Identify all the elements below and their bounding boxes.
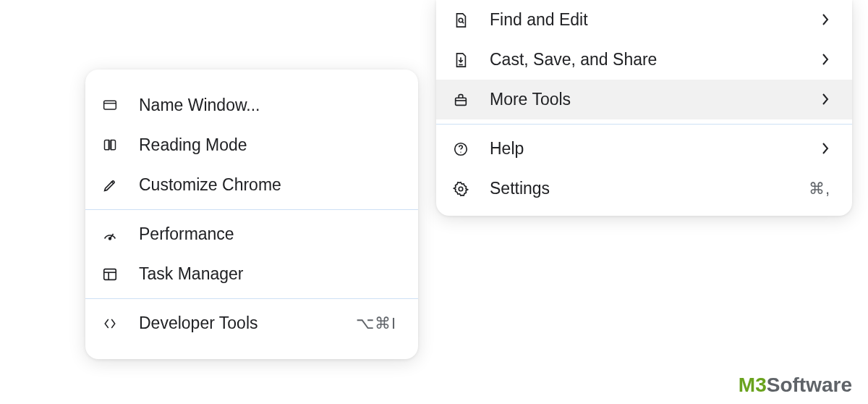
main-menu: Find and Edit Cast, Save, and Share	[436, 0, 852, 216]
menu-item-label: Settings	[490, 179, 788, 198]
menu-item-label: More Tools	[490, 90, 801, 109]
svg-rect-2	[456, 98, 467, 105]
menu-item-find-edit[interactable]: Find and Edit	[436, 0, 852, 40]
menu-item-performance[interactable]: Performance	[85, 214, 418, 254]
menu-item-label: Task Manager	[139, 264, 396, 284]
menu-item-label: Customize Chrome	[139, 175, 396, 195]
find-page-icon	[452, 12, 469, 29]
divider	[85, 209, 418, 210]
book-icon	[101, 137, 119, 154]
code-icon	[101, 315, 119, 332]
menu-item-name-window[interactable]: Name Window...	[85, 85, 418, 125]
shortcut-label: ⌥⌘I	[356, 314, 396, 333]
window-icon	[101, 97, 119, 114]
menu-item-reading-mode[interactable]: Reading Mode	[85, 125, 418, 165]
svg-point-0	[459, 18, 463, 22]
menu-item-help[interactable]: Help	[436, 129, 852, 169]
menu-item-settings[interactable]: Settings ⌘,	[436, 169, 852, 209]
more-tools-submenu: Name Window... Reading Mode Customize Ch…	[85, 70, 418, 359]
gauge-icon	[101, 226, 119, 243]
menu-item-label: Name Window...	[139, 96, 396, 115]
menu-item-cast-save-share[interactable]: Cast, Save, and Share	[436, 40, 852, 80]
chevron-right-icon	[822, 142, 830, 156]
watermark-m3: M3	[739, 374, 767, 396]
menu-item-label: Help	[490, 139, 801, 159]
menu-item-more-tools[interactable]: More Tools	[436, 80, 852, 119]
chevron-right-icon	[822, 53, 830, 67]
svg-rect-6	[104, 101, 116, 109]
toolbox-icon	[452, 91, 469, 109]
gear-icon	[452, 180, 469, 198]
svg-rect-8	[104, 269, 116, 279]
svg-line-1	[462, 22, 464, 23]
watermark: M3Software	[739, 374, 852, 397]
menu-item-developer-tools[interactable]: Developer Tools ⌥⌘I	[85, 303, 418, 343]
menu-item-label: Performance	[139, 224, 396, 244]
menu-item-label: Cast, Save, and Share	[490, 50, 801, 70]
chevron-right-icon	[822, 13, 830, 28]
pencil-icon	[101, 177, 119, 194]
watermark-software: Software	[767, 374, 852, 396]
help-icon	[452, 140, 469, 158]
menu-item-customize-chrome[interactable]: Customize Chrome	[85, 165, 418, 205]
svg-point-5	[459, 187, 463, 191]
menu-item-label: Developer Tools	[139, 313, 336, 333]
save-icon	[452, 51, 469, 69]
chevron-right-icon	[822, 93, 830, 107]
menu-item-label: Find and Edit	[490, 10, 801, 30]
menu-item-task-manager[interactable]: Task Manager	[85, 254, 418, 294]
shortcut-label: ⌘,	[809, 180, 830, 198]
menu-item-label: Reading Mode	[139, 135, 396, 155]
divider	[436, 124, 852, 125]
divider	[85, 298, 418, 299]
table-icon	[101, 266, 119, 283]
svg-point-4	[460, 151, 461, 152]
